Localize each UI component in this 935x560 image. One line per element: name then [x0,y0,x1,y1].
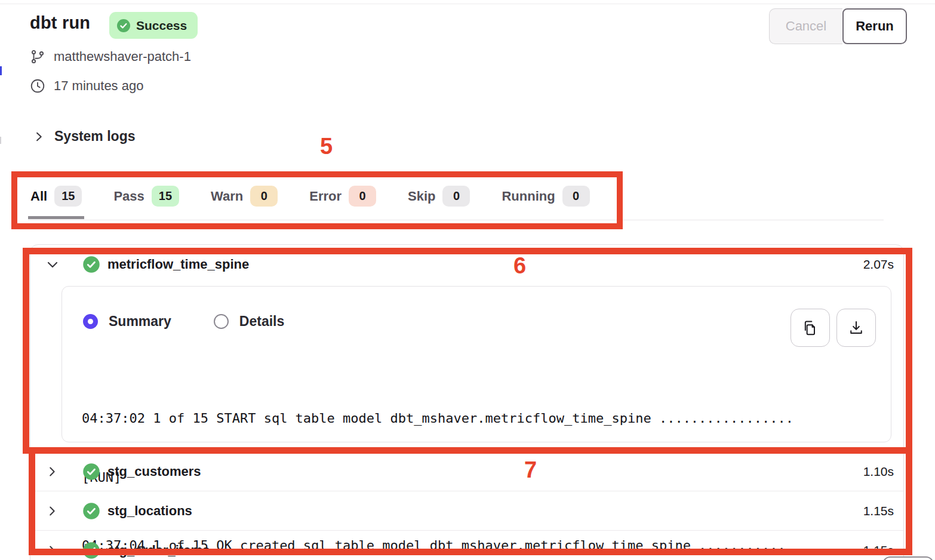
download-logs-button[interactable] [836,309,876,347]
chevron-right-icon [33,131,45,143]
model-name: stg_order_items [107,543,210,558]
success-check-icon [116,19,131,33]
tab-skip-count: 0 [442,186,470,207]
system-logs-toggle[interactable]: System logs [33,128,136,144]
tabs-baseline [28,220,884,220]
success-check-icon [82,541,100,559]
model-name: stg_customers [107,464,201,479]
tab-pass-count: 15 [152,186,179,207]
rerun-button[interactable]: Rerun [842,8,907,44]
copy-logs-button[interactable] [791,309,830,347]
row-stg-locations[interactable]: stg_locations 1.15s [30,491,903,530]
chevron-right-icon[interactable] [45,504,60,518]
model-name: stg_locations [107,503,192,519]
summary-radio-label: Summary [109,313,171,330]
tab-warn-label: Warn [211,189,243,204]
edge-artifact-blue [0,66,2,75]
run-actions: Cancel Rerun [769,8,907,44]
tab-warn[interactable]: Warn 0 [208,181,280,219]
dbt-run-page: dbt run Success Cancel Rerun matthewshav… [0,0,935,560]
time-row: 17 minutes ago [30,78,143,94]
log-view-switch: Summary Details [83,313,284,330]
tab-skip-label: Skip [408,189,435,204]
copy-icon [802,319,819,336]
tab-pass-label: Pass [113,189,144,204]
details-radio[interactable] [214,314,229,329]
download-icon [848,319,865,336]
model-duration: 1.10s [863,464,894,479]
summary-radio[interactable] [83,314,98,329]
model-duration: 1.15s [863,543,894,558]
log-line: 04:37:02 1 of 15 START sql table model d… [82,408,793,428]
model-duration: 2.07s [863,257,894,272]
clock-icon [30,78,45,94]
cancel-button[interactable]: Cancel [769,8,842,44]
tab-warn-count: 0 [250,186,278,207]
success-check-icon [82,502,100,520]
status-badge-label: Success [136,19,187,33]
tab-error[interactable]: Error 0 [307,181,379,219]
annotation-label-5: 5 [320,134,333,159]
tab-all[interactable]: All 15 [28,181,84,219]
top-divider [0,4,935,4]
results-table: metricflow_time_spine 2.07s Summary Deta… [30,244,904,560]
tab-pass[interactable]: Pass 15 [111,181,182,219]
success-check-icon [82,463,100,481]
model-duration: 1.15s [863,504,894,518]
log-summary-card: Summary Details [61,286,891,442]
partial-button-bottom[interactable] [882,556,934,560]
edge-artifact-grey [0,137,1,144]
model-name: metricflow_time_spine [107,257,249,272]
status-tabs: All 15 Pass 15 Warn 0 Error 0 Skip 0 Run… [28,181,592,219]
system-logs-label: System logs [54,128,136,144]
branch-row: matthewshaver-patch-1 [30,49,191,64]
tab-running-count: 0 [562,186,590,207]
chevron-down-icon[interactable] [45,257,60,272]
chevron-right-icon[interactable] [45,544,60,557]
tab-skip[interactable]: Skip 0 [405,181,472,219]
status-badge: Success [109,12,198,39]
chevron-right-icon[interactable] [45,465,60,478]
tab-error-count: 0 [349,186,376,207]
tab-all-label: All [30,189,47,204]
success-check-icon [82,256,100,273]
page-title: dbt run [30,13,90,33]
row-stg-order-items[interactable]: stg_order_items 1.15s [30,530,903,560]
details-radio-label: Details [239,313,284,330]
tab-running-label: Running [502,189,555,204]
branch-name: matthewshaver-patch-1 [54,49,191,64]
row-metricflow-time-spine[interactable]: metricflow_time_spine 2.07s [30,245,903,284]
row-stg-customers[interactable]: stg_customers 1.10s [30,451,903,491]
tab-error-label: Error [309,189,342,204]
tab-running[interactable]: Running 0 [499,181,592,219]
time-ago: 17 minutes ago [54,78,143,94]
tab-all-count: 15 [54,186,82,207]
git-branch-icon [30,49,45,64]
